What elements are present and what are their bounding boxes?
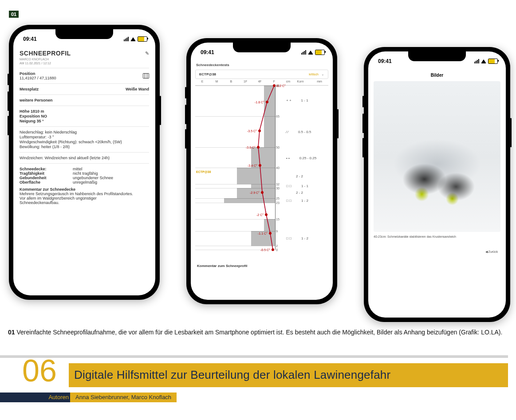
snow-photo[interactable] bbox=[374, 81, 500, 232]
position-value: 11,41927 / 47,11880 bbox=[20, 76, 56, 80]
notch bbox=[408, 51, 466, 61]
battery-icon bbox=[138, 36, 147, 42]
authors-label: Autoren bbox=[0, 393, 73, 402]
neigung: Neigung 35 ° bbox=[20, 119, 149, 123]
status-time: 09:41 bbox=[23, 36, 37, 42]
battery-icon bbox=[488, 59, 498, 64]
signal-icon bbox=[301, 50, 306, 55]
ectp-marker: ECTP@38 bbox=[196, 170, 211, 173]
kommentar-line2: Vor allem im Waldgrenzbereich ungünstige… bbox=[20, 196, 149, 200]
messplatz-label: Messplatz bbox=[20, 87, 39, 91]
decorative-bar bbox=[0, 355, 508, 358]
kommentar-header: Kommentar zur Schneedecke bbox=[20, 187, 149, 192]
schneedecke-label: Schneedecke: bbox=[20, 167, 73, 171]
photo-caption: 40-23cm: Schmelzkanäle stabilisieren das… bbox=[374, 235, 500, 239]
hoehe: Höhe 1810 m bbox=[20, 109, 149, 114]
wifi-icon bbox=[308, 51, 313, 55]
depth-label: 50 bbox=[276, 145, 280, 149]
gebundenheit-label: Gebundenheit bbox=[20, 176, 73, 180]
oberflaeche-label: Oberfläche bbox=[20, 180, 73, 184]
depth-label: 15 bbox=[276, 217, 280, 220]
phone-row: 09:41 SCHNEEPROFIL ✎ MARCO KNOFLACH AM 1… bbox=[0, 0, 516, 326]
test-rating: kritisch bbox=[309, 73, 319, 76]
profile-comment-label: Kommentar zum Schneeprofil bbox=[195, 261, 328, 271]
notch bbox=[55, 29, 113, 39]
wind: Windgeschwindigkeit (Richtung): schwach … bbox=[20, 140, 149, 144]
tests-header: Schneedeckentests bbox=[196, 63, 328, 67]
edit-icon[interactable]: ✎ bbox=[145, 51, 150, 56]
snow-profile-chart: ECTP@38 80 65 50 40 32 30 25 23 15 9 2 0 bbox=[195, 85, 328, 250]
test-name: ECTP@38 bbox=[199, 72, 309, 76]
profile-author: MARCO KNOFLACH bbox=[20, 58, 149, 61]
weitere-personen-label: weitere Personen bbox=[20, 98, 149, 102]
bewoelkung: Bewölkung: heiter (1/8 - 2/8) bbox=[20, 145, 149, 149]
profile-datetime: AM 11.02.2021 / 12:12 bbox=[20, 62, 149, 65]
signal-icon bbox=[124, 37, 129, 41]
chapter-number: 06 bbox=[22, 355, 57, 386]
article-title-block: 06 Digitale Hilfsmittel zur Beurteilung … bbox=[0, 359, 516, 404]
gebundenheit-value: ungebundener Schnee bbox=[73, 176, 113, 180]
status-time: 09:41 bbox=[201, 49, 214, 55]
figure-number-tag: 01 bbox=[9, 11, 19, 18]
battery-icon bbox=[315, 50, 325, 55]
phone-frame-3: 09:41 Bilder 40-23cm: Schmelzkanäle stab… bbox=[364, 47, 510, 322]
signal-icon bbox=[474, 59, 479, 63]
phone-frame-1: 09:41 SCHNEEPROFIL ✎ MARCO KNOFLACH AM 1… bbox=[9, 25, 160, 300]
figure-caption-text: Vereinfachte Schneeprofilaufnahme, die v… bbox=[15, 329, 503, 336]
chevron-down-icon: ⌄ bbox=[321, 72, 324, 76]
notch bbox=[233, 43, 291, 52]
authors-names: Anna Siebenbrunner, Marco Knoflach bbox=[70, 393, 177, 402]
status-time: 09:41 bbox=[378, 58, 392, 64]
lufttemperatur: Lufttemperatur: -3 ° bbox=[20, 135, 149, 139]
headline-bar: Digitale Hilfsmittel zur Beurteilung der… bbox=[69, 363, 508, 387]
depth-label: 30 bbox=[276, 187, 280, 190]
depth-label: 23 bbox=[276, 201, 280, 204]
niederschlag: Niederschlag: kein Niederschlag bbox=[20, 130, 149, 134]
position-label: Position bbox=[20, 71, 56, 76]
figure-caption: 01 Vereinfachte Schneeprofilaufnahme, di… bbox=[0, 326, 516, 345]
test-select-row[interactable]: ECTP@38 kritisch ⌄ bbox=[195, 70, 328, 79]
schneedecke-value: mittel bbox=[73, 167, 83, 171]
exposition: Exposition NO bbox=[20, 114, 149, 118]
oberflaeche-value: unregelmäßig bbox=[73, 180, 97, 184]
wifi-icon bbox=[481, 59, 486, 63]
depth-label: 25 bbox=[276, 197, 280, 200]
figure-caption-tag: 01 bbox=[8, 329, 15, 336]
depth-label: 2 bbox=[276, 244, 278, 247]
wifi-icon bbox=[130, 37, 136, 41]
tragfaehigkeit-label: Tragfähigkeit bbox=[20, 171, 73, 176]
headline-text: Digitale Hilfsmittel zur Beurteilung der… bbox=[74, 368, 390, 382]
phone-frame-2: 09:41 Schneedeckentests ECTP@38 kritisch… bbox=[186, 38, 337, 304]
kommentar-line3: Schneedeckenaufbau. bbox=[20, 200, 149, 205]
depth-label: 0 bbox=[276, 248, 278, 251]
tragfaehigkeit-value: nicht tragfähig bbox=[73, 171, 98, 176]
profile-title: SCHNEEPROFIL bbox=[20, 50, 71, 57]
windzeichen: Windzeichen: Windzeichen sind aktuell (l… bbox=[20, 156, 149, 160]
depth-label: 32 bbox=[276, 183, 280, 186]
depth-label: 40 bbox=[276, 166, 280, 169]
depth-label: 9 bbox=[276, 230, 278, 233]
back-button[interactable]: ◀ Zurück bbox=[374, 250, 500, 254]
messplatz-value: Weiße Wand bbox=[126, 87, 149, 91]
hardness-axis: EMB1F4FF cm Korn mm bbox=[195, 80, 328, 83]
depth-label: 65 bbox=[276, 115, 280, 118]
map-icon[interactable] bbox=[143, 73, 149, 79]
images-title: Bilder bbox=[374, 73, 500, 78]
kommentar-line1: Mehrere Setzungsgeräusch im Nahbereich d… bbox=[20, 192, 149, 196]
